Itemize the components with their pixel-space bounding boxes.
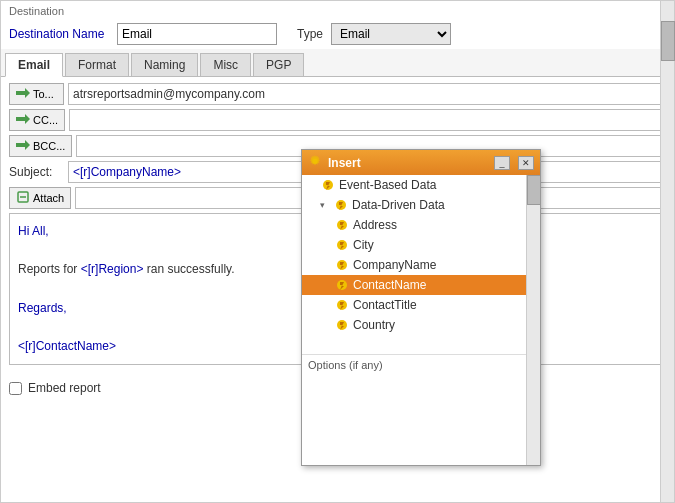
data-driven-expand-arrow: ▾ — [320, 200, 330, 210]
to-label: To... — [33, 88, 54, 100]
city-icon — [334, 237, 350, 253]
tabs-row: Email Format Naming Misc PGP ▼ — [1, 49, 674, 77]
cc-label: CC... — [33, 114, 58, 126]
svg-rect-4 — [16, 143, 25, 147]
main-window: Destination Destination Name Type Email … — [0, 0, 675, 503]
dialog-title-icon — [308, 154, 322, 171]
tree-item-data-driven-label: Data-Driven Data — [352, 198, 445, 212]
tree-item-data-driven[interactable]: ▾ Data-Driven Data — [302, 195, 526, 215]
destination-name-input[interactable] — [117, 23, 277, 45]
bcc-button[interactable]: BCC... — [9, 135, 72, 157]
address-icon — [334, 217, 350, 233]
dest-name-label: Destination Name — [9, 27, 109, 41]
dialog-options-wrapper: Options (if any) — [302, 355, 540, 465]
contact-name-icon — [334, 277, 350, 293]
type-label: Type — [297, 27, 323, 41]
tab-email[interactable]: Email — [5, 53, 63, 77]
attach-label: Attach — [33, 192, 64, 204]
tree-item-contact-name[interactable]: ContactName — [302, 275, 526, 295]
dialog-title-text: Insert — [328, 156, 486, 170]
dialog-tree[interactable]: Event-Based Data ▾ Data-Driven Data — [302, 175, 540, 355]
tree-item-city-label: City — [353, 238, 374, 252]
tree-item-event-based-label: Event-Based Data — [339, 178, 436, 192]
type-select[interactable]: Email — [331, 23, 451, 45]
tree-item-country-label: Country — [353, 318, 395, 332]
svg-rect-2 — [16, 117, 25, 121]
to-arrow-icon — [16, 87, 30, 101]
subject-label: Subject: — [9, 165, 64, 179]
dialog-tree-scrollbar-thumb[interactable] — [527, 175, 541, 205]
destination-name-row: Destination Name Type Email — [1, 19, 674, 49]
svg-marker-5 — [25, 140, 30, 150]
embed-report-label: Embed report — [28, 381, 101, 395]
dialog-options: Options (if any) — [302, 355, 540, 465]
tree-item-contact-title-label: ContactTitle — [353, 298, 417, 312]
country-icon — [334, 317, 350, 333]
tree-item-address[interactable]: Address — [302, 215, 526, 235]
bcc-arrow-icon — [16, 139, 30, 153]
tab-pgp[interactable]: PGP — [253, 53, 304, 76]
company-name-icon — [334, 257, 350, 273]
to-input[interactable] — [68, 83, 666, 105]
tree-item-contact-title[interactable]: ContactTitle — [302, 295, 526, 315]
svg-marker-3 — [25, 114, 30, 124]
tree-item-contact-name-label: ContactName — [353, 278, 426, 292]
dialog-tree-scrollbar[interactable] — [526, 175, 540, 355]
to-row: To... — [9, 83, 666, 105]
svg-rect-0 — [16, 91, 25, 95]
cc-input[interactable] — [69, 109, 666, 131]
cc-arrow-icon — [16, 113, 30, 127]
event-based-icon — [320, 177, 336, 193]
main-scrollbar[interactable] — [660, 1, 674, 502]
cc-row: CC... — [9, 109, 666, 131]
insert-dialog: Insert _ ✕ Event-Based Data — [301, 149, 541, 466]
dialog-titlebar: Insert _ ✕ — [302, 150, 540, 175]
options-label: Options (if any) — [308, 359, 522, 371]
tree-item-company-name-label: CompanyName — [353, 258, 436, 272]
tab-naming[interactable]: Naming — [131, 53, 198, 76]
embed-report-checkbox[interactable] — [9, 382, 22, 395]
dialog-minimize-button[interactable]: _ — [494, 156, 510, 170]
tree-item-address-label: Address — [353, 218, 397, 232]
tree-item-event-based[interactable]: Event-Based Data — [302, 175, 526, 195]
svg-marker-1 — [25, 88, 30, 98]
cc-button[interactable]: CC... — [9, 109, 65, 131]
attach-button[interactable]: Attach — [9, 187, 71, 209]
main-scrollbar-thumb[interactable] — [661, 21, 675, 61]
tree-item-country[interactable]: Country — [302, 315, 526, 335]
to-button[interactable]: To... — [9, 83, 64, 105]
data-driven-icon — [333, 197, 349, 213]
tree-item-city[interactable]: City — [302, 235, 526, 255]
dialog-tree-wrapper: Event-Based Data ▾ Data-Driven Data — [302, 175, 540, 355]
tree-item-company-name[interactable]: CompanyName — [302, 255, 526, 275]
bcc-label: BCC... — [33, 140, 65, 152]
attach-icon — [16, 190, 30, 206]
tab-misc[interactable]: Misc — [200, 53, 251, 76]
contact-title-icon — [334, 297, 350, 313]
tab-format[interactable]: Format — [65, 53, 129, 76]
dialog-close-button[interactable]: ✕ — [518, 156, 534, 170]
dialog-options-scrollbar[interactable] — [526, 355, 540, 465]
destination-section-label: Destination — [1, 1, 674, 19]
